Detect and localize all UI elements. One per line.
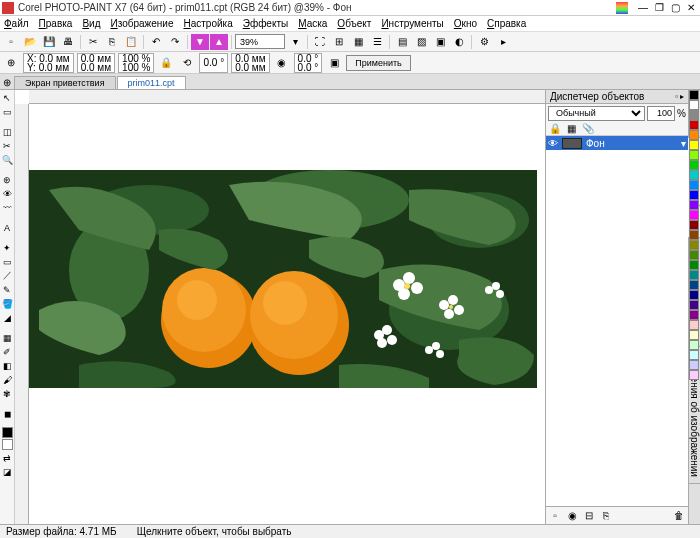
image-sprayer-tool[interactable]: ✾ [1, 387, 14, 400]
color-chip[interactable] [689, 210, 699, 220]
center-icon[interactable]: ◉ [273, 55, 291, 71]
tab-scroll-icon[interactable]: ⊕ [0, 75, 14, 89]
zoom-level[interactable] [235, 34, 285, 49]
crop-tool[interactable]: ✂ [1, 139, 14, 152]
liquid-tool[interactable]: 〰 [1, 201, 14, 214]
import-button[interactable]: ▼ [191, 34, 209, 50]
guidelines-button[interactable]: ☰ [368, 34, 386, 50]
scale-box[interactable]: 100 % 100 % [118, 53, 154, 73]
launcher-button[interactable]: ▸ [494, 34, 512, 50]
drop-shadow-tool[interactable]: ◼ [1, 407, 14, 420]
clone-tool[interactable]: ⊛ [1, 173, 14, 186]
menu-effects[interactable]: Эффекты [243, 18, 288, 29]
print-button[interactable]: 🖶 [59, 34, 77, 50]
ruler-vertical[interactable] [15, 104, 29, 526]
color-chip[interactable] [689, 160, 699, 170]
image-canvas[interactable] [29, 170, 537, 388]
color-chip[interactable] [689, 140, 699, 150]
menu-adjust[interactable]: Настройка [183, 18, 232, 29]
save-button[interactable]: 💾 [40, 34, 58, 50]
menu-file[interactable]: Файл [4, 18, 29, 29]
eraser-tool[interactable]: ◧ [1, 359, 14, 372]
new-group-icon[interactable]: ⊟ [583, 510, 595, 522]
undo-button[interactable]: ↶ [147, 34, 165, 50]
color-chip[interactable] [689, 100, 699, 110]
restore-button[interactable]: ❐ [652, 2, 666, 14]
layer-list[interactable]: 👁 Фон ▾ [546, 136, 688, 506]
zoom-dropdown-icon[interactable]: ▾ [286, 34, 304, 50]
new-lens-icon[interactable]: ◉ [566, 510, 578, 522]
layer-menu-icon[interactable]: ▾ [681, 138, 686, 149]
color-chip[interactable] [689, 270, 699, 280]
color-chip[interactable] [689, 90, 699, 100]
mask-marquee-button[interactable]: ▨ [412, 34, 430, 50]
color-chip[interactable] [689, 250, 699, 260]
color-chip[interactable] [689, 280, 699, 290]
panel-expand-icon[interactable]: ▸ [680, 92, 684, 101]
redo-button[interactable]: ↷ [166, 34, 184, 50]
color-chip[interactable] [689, 330, 699, 340]
color-chip[interactable] [689, 180, 699, 190]
close-button[interactable]: ✕ [684, 2, 698, 14]
visibility-icon[interactable]: 👁 [548, 138, 558, 149]
cut-button[interactable]: ✂ [84, 34, 102, 50]
tab-document[interactable]: prim011.cpt [117, 76, 186, 89]
blend-mode-select[interactable]: Обычный [548, 106, 645, 121]
eyedropper-tool[interactable]: ✐ [1, 345, 14, 358]
color-chip[interactable] [689, 300, 699, 310]
paint-tool[interactable]: 🖌 [1, 373, 14, 386]
membership-badge-icon[interactable] [616, 2, 628, 14]
color-chip[interactable] [689, 320, 699, 330]
color-chip[interactable] [689, 340, 699, 350]
minimize-button[interactable]: — [636, 2, 650, 14]
copy-button[interactable]: ⎘ [103, 34, 121, 50]
panel-menu-icon[interactable]: ▫ [675, 92, 678, 101]
new-button[interactable]: ▫ [2, 34, 20, 50]
clear-mask-button[interactable]: ▣ [431, 34, 449, 50]
rotate-box[interactable]: 0.0 ° 0.0 ° [294, 53, 323, 73]
swap-colors-icon[interactable]: ⇄ [1, 451, 14, 464]
color-chip[interactable] [689, 240, 699, 250]
size-box[interactable]: 0.0 мм 0.0 мм [77, 53, 115, 73]
layer-background[interactable]: 👁 Фон ▾ [546, 136, 688, 150]
zoom-tool[interactable]: 🔍 [1, 153, 14, 166]
color-chip[interactable] [689, 230, 699, 240]
rulers-button[interactable]: ⊞ [330, 34, 348, 50]
lock-all-icon[interactable]: 📎 [582, 123, 594, 134]
export-button[interactable]: ▲ [210, 34, 228, 50]
color-chip[interactable] [689, 360, 699, 370]
ruler-horizontal[interactable] [29, 90, 545, 104]
fullscreen-button[interactable]: ⛶ [311, 34, 329, 50]
path-tool[interactable]: ✎ [1, 283, 14, 296]
color-chip[interactable] [689, 370, 699, 380]
color-chip[interactable] [689, 220, 699, 230]
color-chip[interactable] [689, 170, 699, 180]
lock-transparency-icon[interactable]: 🔒 [549, 123, 561, 134]
menu-help[interactable]: Справка [487, 18, 526, 29]
apply-button[interactable]: Применить [346, 55, 411, 71]
menu-window[interactable]: Окно [454, 18, 477, 29]
color-chip[interactable] [689, 150, 699, 160]
color-chip[interactable] [689, 110, 699, 120]
relative-center-button[interactable]: ▣ [325, 55, 343, 71]
color-chip[interactable] [689, 200, 699, 210]
mask-rect-tool[interactable]: ▭ [1, 105, 14, 118]
background-color[interactable] [2, 439, 13, 450]
skew-box[interactable]: 0.0 мм 0.0 мм [231, 53, 269, 73]
grid-button[interactable]: ▦ [349, 34, 367, 50]
color-chip[interactable] [689, 130, 699, 140]
interactive-fill-tool[interactable]: ◢ [1, 311, 14, 324]
maximize-button[interactable]: ▢ [668, 2, 682, 14]
position-box[interactable]: X: 0.0 мм Y: 0.0 мм [23, 53, 74, 73]
rectangle-tool[interactable]: ▭ [1, 255, 14, 268]
tab-welcome[interactable]: Экран приветствия [14, 76, 116, 89]
combine-icon[interactable]: ⎘ [600, 510, 612, 522]
fill-tool[interactable]: 🪣 [1, 297, 14, 310]
menu-mask[interactable]: Маска [298, 18, 327, 29]
menu-image[interactable]: Изображение [110, 18, 173, 29]
transparency-tool[interactable]: ▦ [1, 331, 14, 344]
lock-position-icon[interactable]: ▦ [567, 123, 576, 134]
menu-tools[interactable]: Инструменты [381, 18, 443, 29]
menu-edit[interactable]: Правка [39, 18, 73, 29]
mask-transform-tool[interactable]: ◫ [1, 125, 14, 138]
